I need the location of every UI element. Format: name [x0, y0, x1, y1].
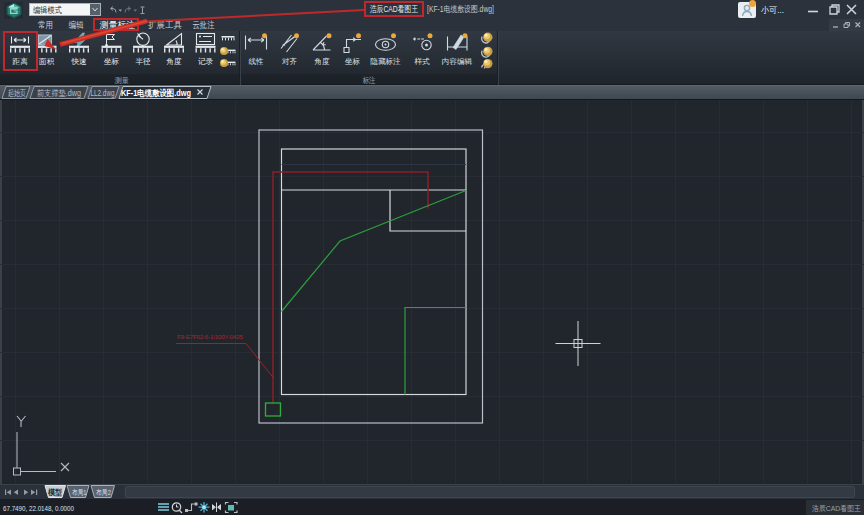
- svg-text:67.7490, 22.0148, 0.0000: 67.7490, 22.0148, 0.0000: [3, 504, 74, 513]
- svg-text:布局2: 布局2: [96, 488, 111, 497]
- svg-text:浩辰CAD看图王: 浩辰CAD看图王: [812, 504, 861, 513]
- svg-text:F9-E7F02-6-1/100Y-0425: F9-E7F02-6-1/100Y-0425: [177, 333, 244, 340]
- svg-text:模型: 模型: [47, 488, 62, 497]
- svg-text:布局1: 布局1: [72, 488, 87, 497]
